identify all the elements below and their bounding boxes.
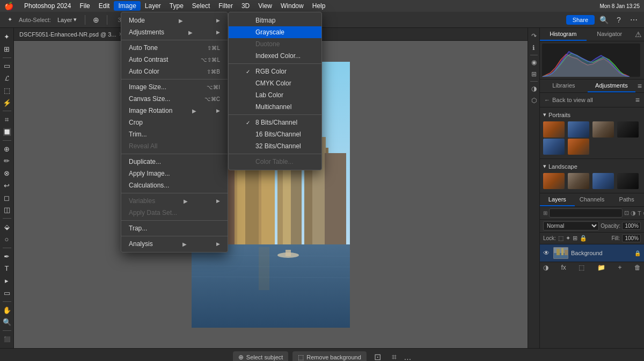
- quick-select-tool[interactable]: ⚡: [1, 97, 13, 109]
- lasso-tool[interactable]: 𝓛: [1, 73, 13, 84]
- artboard-tool[interactable]: ⊞: [1, 44, 13, 55]
- tab-libraries[interactable]: Libraries: [540, 80, 588, 92]
- mode-lab[interactable]: Lab Color: [229, 89, 321, 101]
- eyedropper-tool[interactable]: 🔲: [1, 126, 13, 138]
- tab-layers[interactable]: Layers: [540, 193, 575, 206]
- portrait-preset-6[interactable]: [568, 139, 589, 155]
- mode-indexed[interactable]: Indexed Color...: [229, 50, 321, 62]
- more-btn[interactable]: ...: [404, 352, 411, 362]
- menu-filter[interactable]: Filter: [214, 1, 237, 11]
- layer-dropdown[interactable]: Layer ▾: [54, 15, 80, 24]
- menu-auto-color[interactable]: Auto Color ⇧⌘B: [121, 66, 228, 77]
- portrait-preset-1[interactable]: [543, 121, 565, 138]
- select-subject-button[interactable]: ⊕ Select subject: [233, 351, 288, 362]
- add-mask-btn[interactable]: ⬚: [579, 264, 584, 271]
- gradient-tool[interactable]: ◫: [1, 205, 13, 216]
- menu-view[interactable]: View: [254, 1, 276, 11]
- brush-tool[interactable]: ✏: [1, 156, 13, 167]
- landscape-preset-1[interactable]: [543, 173, 565, 189]
- adjustments-menu-btn[interactable]: ≡: [638, 82, 642, 90]
- menu-canvas-size[interactable]: Canvas Size... ⌥⌘C: [121, 93, 228, 105]
- tab-paths[interactable]: Paths: [609, 193, 644, 206]
- hand-tool[interactable]: ✋: [1, 305, 13, 316]
- lock-all-icon[interactable]: 🔒: [580, 235, 587, 242]
- menu-analysis[interactable]: Analysis ▶: [121, 238, 228, 250]
- mode-multichannel[interactable]: Multichannel: [229, 101, 321, 113]
- help-icon-btn[interactable]: ?: [613, 14, 625, 26]
- mode-32bit[interactable]: 32 Bits/Channel: [229, 140, 321, 152]
- heal-tool[interactable]: ⊕: [1, 143, 13, 155]
- menu-auto-contrast[interactable]: Auto Contrast ⌥⇧⌘L: [121, 54, 228, 66]
- menu-image-size[interactable]: Image Size... ⌥⌘I: [121, 81, 228, 93]
- zoom-tool[interactable]: 🔍: [1, 316, 13, 328]
- mode-bitmap[interactable]: Bitmap: [229, 15, 321, 26]
- lock-pixels-icon[interactable]: ⬚: [558, 235, 564, 242]
- dodge-tool[interactable]: ○: [1, 234, 13, 245]
- mask-icon-btn[interactable]: ⊡: [371, 352, 384, 361]
- portraits-header[interactable]: ▾ Portraits: [543, 110, 641, 120]
- marquee-tool[interactable]: ▭: [1, 60, 13, 71]
- menu-adjustments[interactable]: Adjustments ▶: [121, 26, 228, 38]
- crop-icon-btn[interactable]: ⌗: [389, 352, 400, 362]
- histogram-warning[interactable]: ⚠: [635, 30, 642, 39]
- remove-background-button[interactable]: ⬚ Remove background: [292, 351, 367, 362]
- portrait-preset-4[interactable]: [617, 121, 639, 138]
- lock-artboard-icon[interactable]: ⊞: [573, 235, 577, 242]
- opacity-input[interactable]: [622, 222, 641, 230]
- menu-photoshop[interactable]: Photoshop 2024: [20, 1, 75, 11]
- mode-grayscale[interactable]: Grayscale: [229, 26, 321, 38]
- menu-trim[interactable]: Trim...: [121, 128, 228, 140]
- menu-layer[interactable]: Layer: [141, 1, 165, 11]
- adjustments-icon[interactable]: ◑: [529, 84, 539, 93]
- history-brush-tool[interactable]: ↩: [1, 180, 13, 191]
- menu-image-rotation[interactable]: Image Rotation ▶: [121, 105, 228, 117]
- layers-filter-pixel[interactable]: ⊡: [624, 210, 629, 216]
- pen-tool[interactable]: ✒: [1, 251, 13, 262]
- move-tool[interactable]: ✦: [1, 31, 13, 42]
- menu-image[interactable]: Image: [114, 1, 140, 11]
- menu-crop[interactable]: Crop: [121, 117, 228, 128]
- landscape-preset-4[interactable]: [617, 173, 639, 189]
- mode-16bit[interactable]: 16 Bits/Channel: [229, 128, 321, 140]
- portrait-preset-5[interactable]: [543, 139, 565, 155]
- menu-file[interactable]: File: [75, 1, 94, 11]
- info-icon[interactable]: ℹ: [529, 43, 539, 53]
- eraser-tool[interactable]: ◻: [1, 192, 13, 204]
- path-select-tool[interactable]: ▸: [1, 275, 13, 286]
- new-group-btn[interactable]: 📁: [597, 264, 605, 271]
- layer-item-background[interactable]: 👁 Background 🔒: [540, 244, 644, 262]
- layer-visibility-icon[interactable]: 👁: [543, 249, 551, 257]
- menu-duplicate[interactable]: Duplicate...: [121, 156, 228, 168]
- history-icon[interactable]: ↷: [529, 31, 539, 41]
- blur-tool[interactable]: ⬙: [1, 221, 13, 233]
- swatches-icon[interactable]: ⊞: [529, 69, 539, 79]
- lock-position-icon[interactable]: ✦: [566, 235, 570, 242]
- menu-type[interactable]: Type: [165, 1, 188, 11]
- tab-navigator[interactable]: Navigator: [587, 28, 633, 41]
- add-fill-adj-btn[interactable]: ◑: [543, 264, 548, 271]
- menu-apply-image[interactable]: Apply Image...: [121, 168, 228, 179]
- layer-fx-btn[interactable]: fx: [561, 264, 566, 271]
- share-button[interactable]: Share: [566, 15, 595, 25]
- back-to-view-link[interactable]: ← Back to view all: [544, 97, 593, 103]
- menu-select[interactable]: Select: [188, 1, 214, 11]
- layers-filter-type[interactable]: T: [638, 210, 641, 216]
- object-select-tool[interactable]: ⬚: [1, 85, 13, 96]
- transform-icon[interactable]: ⊕: [90, 14, 102, 26]
- mode-cmyk[interactable]: CMYK Color: [229, 77, 321, 89]
- menu-mode[interactable]: Mode ▶: [121, 15, 228, 26]
- mode-rgb[interactable]: ✓ RGB Color: [229, 66, 321, 77]
- menu-window[interactable]: Window: [276, 1, 308, 11]
- clone-tool[interactable]: ⊗: [1, 168, 13, 179]
- layers-filter-adj[interactable]: ◑: [631, 210, 636, 216]
- foreground-color[interactable]: ⬛: [1, 334, 13, 345]
- mode-8bit[interactable]: ✓ 8 Bits/Channel: [229, 117, 321, 128]
- landscape-header[interactable]: ▾ Landscape: [543, 161, 641, 171]
- portrait-preset-2[interactable]: [568, 121, 589, 138]
- layers-search-input[interactable]: [549, 208, 623, 218]
- menu-calculations[interactable]: Calculations...: [121, 179, 228, 191]
- tab-channels[interactable]: Channels: [575, 193, 610, 206]
- tab-histogram[interactable]: Histogram: [540, 28, 587, 41]
- tab-adjustments[interactable]: Adjustments: [588, 80, 635, 92]
- menu-auto-tone[interactable]: Auto Tone ⇧⌘L: [121, 42, 228, 54]
